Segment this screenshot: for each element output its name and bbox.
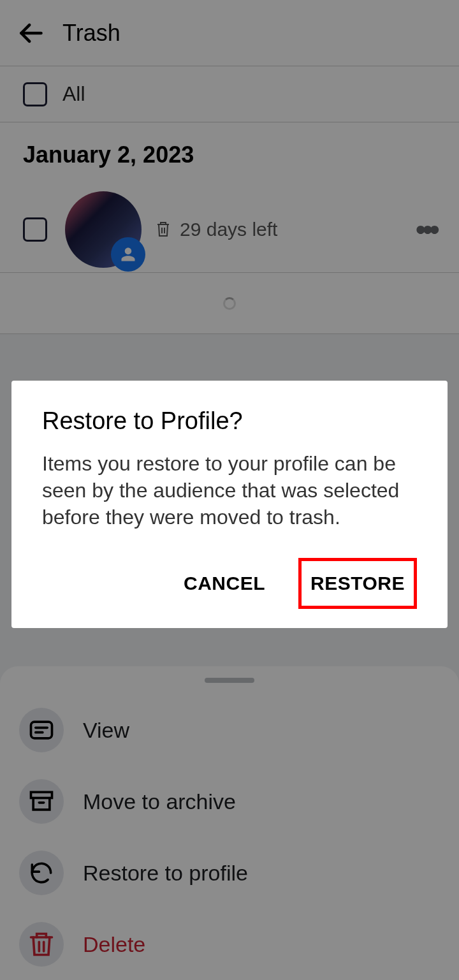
dialog-body: Items you restore to your profile can be… [42,450,417,531]
restore-button[interactable]: RESTORE [298,558,417,609]
cancel-button[interactable]: CANCEL [172,561,277,606]
dialog-actions: CANCEL RESTORE [42,558,417,609]
restore-confirm-dialog: Restore to Profile? Items you restore to… [11,381,448,628]
dialog-title: Restore to Profile? [42,407,417,435]
